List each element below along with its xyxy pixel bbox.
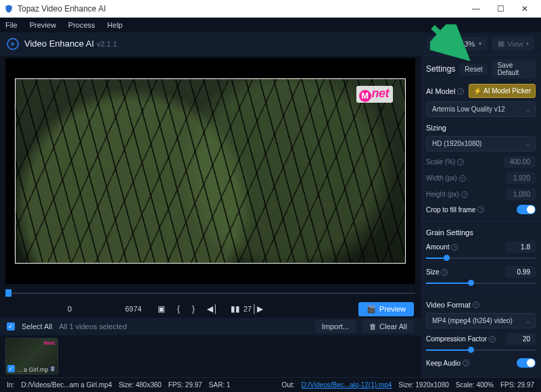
compression-label: Compression Factor? [426,335,496,343]
height-value: 1,080 [506,189,536,200]
scale-value: 400.00 [504,156,536,168]
app-logo-icon [7,38,19,50]
view-label: View [507,40,523,48]
status-out-size: Size: 1920x1080 [398,381,449,389]
ai-model-dropdown[interactable]: Artemis Low Quality v12⌵ [426,101,536,117]
clear-all-button[interactable]: 🗑Clear All [362,320,414,333]
app-header: Video Enhance AI v2.1.1 Zoom 143% ▾ ▦ Vi… [0,32,541,55]
zoom-value: 143% [456,40,475,48]
frame-end: 6974 [125,305,141,313]
help-icon[interactable]: ? [461,191,468,198]
help-icon[interactable]: ? [473,301,479,308]
window-maximize-button[interactable]: ☐ [488,4,513,14]
ai-model-picker-button[interactable]: ⚡AI Model Picker [469,84,536,98]
bracket-left-icon[interactable]: { [177,304,180,314]
playhead[interactable] [5,289,11,297]
select-all-label[interactable]: Select All [22,322,52,330]
sizing-preset-dropdown[interactable]: HD (1920x1080)⌵ [426,136,536,151]
chevron-down-icon: ▾ [526,41,529,47]
selection-count: All 1 videos selected [59,322,126,330]
window-close-button[interactable]: ✕ [513,4,537,14]
help-icon[interactable]: ? [463,360,469,366]
grain-size-slider[interactable] [426,280,536,287]
settings-panel: Settings Reset Save Default AI Model? ⚡A… [421,55,541,377]
timeline[interactable] [5,288,415,299]
selection-bar: ✓ Select All All 1 videos selected Impor… [0,318,421,335]
video-preview[interactable]: Mnet [5,58,415,284]
thumbnail-strip: Mnet ✓ ... a Girl.mp4 🗑 [0,335,421,377]
window-minimize-button[interactable]: — [464,4,488,14]
step-back-icon[interactable]: ◀│ [207,304,218,314]
grain-size-value[interactable]: 0.99 [506,266,536,278]
keep-audio-toggle[interactable] [517,358,536,368]
chevron-down-icon: ⌵ [526,106,530,113]
status-in-path: D:/Videos/Bec...am a Girl.mp4 [21,381,112,389]
menubar: File Preview Process Help [0,18,541,32]
grain-amount-slider[interactable] [426,255,536,262]
chevron-down-icon: ▾ [479,41,481,47]
help-icon[interactable]: ? [477,206,484,213]
frame-start: 0 [68,305,72,313]
trash-icon: 🗑 [369,322,377,330]
chevron-down-icon: ⌵ [526,318,530,324]
help-icon[interactable]: ? [459,175,466,182]
menu-file[interactable]: File [5,21,18,29]
select-all-checkbox[interactable]: ✓ [7,322,15,330]
preview-button[interactable]: 🎬 Preview [358,302,414,316]
help-icon[interactable]: ? [441,269,448,276]
help-icon[interactable]: ? [451,244,458,251]
thumbnail-watermark: Mnet [44,341,55,345]
status-out-scale: Scale: 400% [456,381,494,389]
help-icon[interactable]: ? [489,336,496,343]
compression-slider[interactable] [426,347,536,353]
step-forward-icon[interactable]: │▶ [252,304,264,314]
crop-toggle[interactable] [517,205,536,214]
status-out-path[interactable]: D:/Videos/Bec...alq-12(1).mp4 [302,381,392,389]
video-format-dropdown[interactable]: MP4 (mpeg4 (h264) video)⌵ [426,313,536,328]
video-frame: Mnet [15,78,406,264]
grain-amount-value[interactable]: 1.8 [506,241,536,253]
zoom-label: Zoom [433,40,452,48]
help-icon[interactable]: ? [457,159,464,166]
pause-icon[interactable]: ▮▮ [231,304,240,314]
compression-value[interactable]: 20 [506,333,536,345]
thumbnail-checkbox[interactable]: ✓ [7,365,15,372]
import-button[interactable]: Import... [315,320,356,333]
status-bar: In: D:/Videos/Bec...am a Girl.mp4 Size: … [0,377,541,392]
save-default-button[interactable]: Save Default [492,59,536,78]
thumbnail-delete-icon[interactable]: 🗑 [49,365,56,372]
window-titlebar: Topaz Video Enhance AI — ☐ ✕ [0,0,541,18]
ai-model-label: AI Model? [426,87,465,95]
menu-help[interactable]: Help [108,21,123,29]
reset-button[interactable]: Reset [459,64,488,75]
menu-preview[interactable]: Preview [30,21,56,29]
video-watermark: Mnet [356,86,394,103]
window-title: Topaz Video Enhance AI [18,4,106,14]
app-name: Video Enhance AI [24,39,94,49]
camera-icon[interactable]: ▣ [158,304,165,314]
scale-label: Scale (%)? [426,158,464,166]
status-in-fps: FPS: 29.97 [168,381,202,389]
status-in-label: In: [7,381,14,389]
grid-icon: ▦ [498,39,504,48]
status-out-label: Out: [282,381,295,389]
grain-amount-label: Amount? [426,243,458,251]
grain-label: Grain Settings [426,228,536,237]
video-format-label: Video Format? [426,301,536,309]
sizing-label: Sizing [426,124,536,132]
thumbnail-filename: ... a Girl.mp4 [17,366,48,373]
menu-process[interactable]: Process [68,21,95,29]
film-icon: 🎬 [367,305,376,314]
status-in-sar: SAR: 1 [209,381,231,389]
bracket-right-icon[interactable]: } [192,304,195,314]
help-icon[interactable]: ? [457,88,464,95]
video-thumbnail[interactable]: Mnet ✓ ... a Girl.mp4 🗑 [5,338,58,374]
chevron-down-icon: ⌵ [526,141,530,147]
settings-title: Settings [426,64,455,74]
view-control[interactable]: ▦ View ▾ [492,36,534,51]
keep-audio-label: Keep Audio? [426,360,469,367]
zoom-control[interactable]: Zoom 143% ▾ [427,37,487,51]
height-label: Height (px)? [426,191,468,198]
status-out-fps: FPS: 29.97 [500,381,534,389]
playback-controls: 0 6974 ▣ { } ◀│ ▮▮ │▶ 27 🎬 Preview [0,300,421,318]
